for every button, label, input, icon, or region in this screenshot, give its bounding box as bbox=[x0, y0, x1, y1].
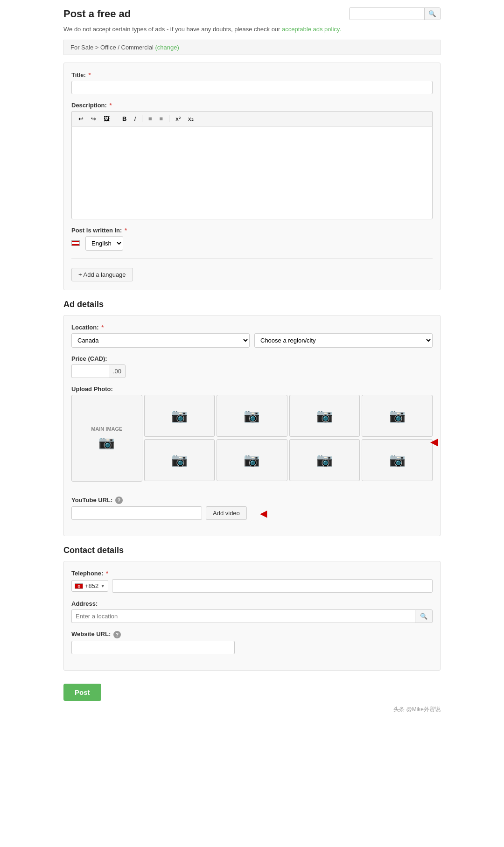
photo-cell-6[interactable]: 📷 bbox=[144, 439, 215, 481]
upload-photo-field-group: Upload Photo: MAIN IMAGE 📷 📷 📷 📷 bbox=[71, 385, 433, 489]
photo-cell-8[interactable]: 📷 bbox=[289, 439, 360, 481]
redo-button[interactable]: ↪ bbox=[88, 114, 99, 124]
youtube-help-icon[interactable]: ? bbox=[115, 497, 123, 504]
insert-image-button[interactable]: 🖼 bbox=[101, 114, 112, 124]
address-row: 🔍 bbox=[71, 609, 433, 623]
youtube-input[interactable] bbox=[71, 506, 202, 520]
ordered-list-button[interactable]: ≡ bbox=[157, 114, 166, 124]
post-button[interactable]: Post bbox=[63, 684, 101, 701]
price-row: .00 bbox=[71, 364, 433, 378]
location-required: * bbox=[101, 324, 104, 331]
toolbar-separator-1 bbox=[116, 115, 116, 122]
search-bar: 🔍 bbox=[349, 7, 441, 20]
bold-button[interactable]: B bbox=[119, 114, 129, 124]
language-required: * bbox=[125, 227, 127, 234]
page-header: Post a free ad 🔍 bbox=[63, 7, 441, 20]
website-input[interactable] bbox=[71, 641, 235, 654]
telephone-label: Telephone: * bbox=[71, 570, 433, 577]
camera-icon-4: 📷 bbox=[316, 408, 333, 423]
address-input[interactable] bbox=[71, 609, 415, 623]
breadcrumb: For Sale > Office / Commercial (change) bbox=[63, 40, 441, 55]
photo-cell-9[interactable]: 📷 bbox=[362, 439, 433, 481]
title-input[interactable] bbox=[71, 81, 433, 94]
language-select[interactable]: English bbox=[85, 236, 123, 251]
country-select[interactable]: Canada bbox=[71, 333, 250, 348]
main-form-section: Title: * Description: * ↩ ↪ 🖼 B I ≡ ≡ x²… bbox=[63, 63, 441, 290]
footer-watermark: 头条 @Mike外贸说 bbox=[63, 706, 441, 714]
description-label: Description: * bbox=[71, 102, 433, 109]
undo-button[interactable]: ↩ bbox=[76, 114, 86, 124]
breadcrumb-change-link[interactable]: (change) bbox=[155, 44, 179, 51]
price-input[interactable] bbox=[71, 364, 109, 378]
title-required: * bbox=[88, 71, 91, 78]
main-image-cell[interactable]: MAIN IMAGE 📷 bbox=[71, 395, 142, 482]
address-search-button[interactable]: 🔍 bbox=[415, 609, 433, 623]
main-camera-icon: 📷 bbox=[98, 434, 115, 450]
youtube-label: YouTube URL: ? bbox=[71, 497, 433, 504]
hk-flag-icon bbox=[75, 583, 83, 589]
language-select-wrap: English bbox=[71, 236, 433, 251]
italic-button[interactable]: I bbox=[131, 114, 139, 124]
price-suffix: .00 bbox=[109, 364, 126, 378]
main-image-label: MAIN IMAGE bbox=[91, 426, 122, 432]
ad-details-heading: Ad details bbox=[63, 300, 441, 309]
photo-grid-wrapper: MAIN IMAGE 📷 📷 📷 📷 📷 📷 bbox=[71, 395, 433, 489]
phone-country-select[interactable]: +852 ▼ bbox=[71, 580, 108, 592]
language-label: Post is written in: * bbox=[71, 227, 433, 234]
phone-dropdown-arrow: ▼ bbox=[100, 583, 105, 588]
youtube-field-group: YouTube URL: ? Add video ◀ bbox=[71, 497, 433, 520]
page-title: Post a free ad bbox=[63, 8, 131, 20]
add-video-button[interactable]: Add video bbox=[206, 506, 247, 520]
editor-toolbar: ↩ ↪ 🖼 B I ≡ ≡ x² x₂ bbox=[71, 111, 433, 126]
region-select[interactable]: Choose a region/city bbox=[254, 333, 433, 348]
camera-icon-9: 📷 bbox=[389, 452, 406, 468]
description-editor[interactable] bbox=[71, 126, 433, 219]
photo-cell-4[interactable]: 📷 bbox=[289, 395, 360, 437]
location-label: Location: * bbox=[71, 324, 433, 331]
search-button[interactable]: 🔍 bbox=[424, 8, 440, 20]
description-field-group: Description: * ↩ ↪ 🖼 B I ≡ ≡ x² x₂ bbox=[71, 102, 433, 219]
website-label: Website URL: ? bbox=[71, 630, 433, 638]
search-icon: 🔍 bbox=[428, 10, 436, 17]
photo-cell-2[interactable]: 📷 bbox=[144, 395, 215, 437]
contact-details-heading: Contact details bbox=[63, 546, 441, 555]
price-label: Price (CAD): bbox=[71, 355, 433, 362]
upload-photo-label: Upload Photo: bbox=[71, 385, 433, 392]
price-field-group: Price (CAD): .00 bbox=[71, 355, 433, 378]
photo-cell-5[interactable]: 📷 bbox=[362, 395, 433, 437]
title-label: Title: * bbox=[71, 71, 433, 78]
search-input[interactable] bbox=[350, 8, 424, 20]
location-field-group: Location: * Canada Choose a region/city bbox=[71, 324, 433, 348]
phone-code: +852 bbox=[85, 582, 98, 589]
camera-icon-2: 📷 bbox=[171, 408, 188, 423]
language-field-group: Post is written in: * English bbox=[71, 227, 433, 251]
flag-icon bbox=[71, 240, 80, 246]
unordered-list-button[interactable]: ≡ bbox=[146, 114, 155, 124]
contact-details-section: Telephone: * +852 ▼ Address: 🔍 Website U… bbox=[63, 561, 441, 671]
photo-cell-3[interactable]: 📷 bbox=[217, 395, 287, 437]
address-field-group: Address: 🔍 bbox=[71, 600, 433, 623]
address-label: Address: bbox=[71, 600, 433, 607]
photo-grid-arrow: ◀ bbox=[430, 436, 438, 448]
description-required: * bbox=[109, 102, 112, 109]
camera-icon-5: 📷 bbox=[389, 408, 406, 423]
title-field-group: Title: * bbox=[71, 71, 433, 94]
section-divider bbox=[71, 258, 433, 259]
add-language-button[interactable]: + Add a language bbox=[71, 268, 133, 281]
photo-grid: MAIN IMAGE 📷 📷 📷 📷 📷 📷 bbox=[71, 395, 433, 482]
toolbar-separator-3 bbox=[169, 115, 169, 122]
subscript-button[interactable]: x₂ bbox=[185, 114, 196, 124]
ad-details-section: Location: * Canada Choose a region/city … bbox=[63, 315, 441, 537]
phone-input[interactable] bbox=[112, 579, 433, 593]
telephone-field-group: Telephone: * +852 ▼ bbox=[71, 570, 433, 593]
toolbar-separator-2 bbox=[142, 115, 142, 122]
telephone-required: * bbox=[106, 570, 108, 577]
camera-icon-8: 📷 bbox=[316, 452, 333, 468]
policy-link[interactable]: acceptable ads policy. bbox=[282, 26, 341, 33]
superscript-button[interactable]: x² bbox=[173, 114, 183, 124]
photo-cell-7[interactable]: 📷 bbox=[217, 439, 287, 481]
camera-icon-7: 📷 bbox=[244, 452, 260, 468]
notice-text: We do not accept certain types of ads - … bbox=[63, 25, 441, 34]
website-help-icon[interactable]: ? bbox=[113, 631, 121, 638]
telephone-row: +852 ▼ bbox=[71, 579, 433, 593]
